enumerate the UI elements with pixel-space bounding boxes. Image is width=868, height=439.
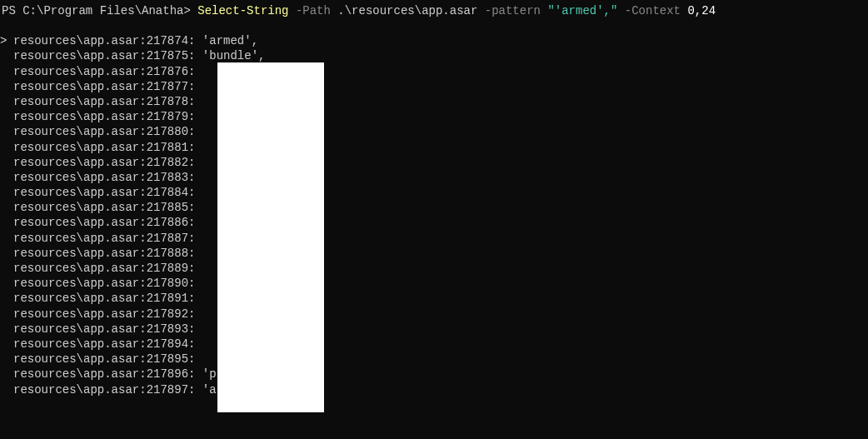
output-line: resources\app.asar:217897: 'athlete', (0, 382, 868, 397)
line-number: 217891: (147, 292, 196, 305)
line-number: 217882: (147, 156, 196, 169)
file-path: resources\app.asar: (13, 171, 147, 184)
line-number: 217888: (147, 247, 196, 260)
output-line: resources\app.asar:217883: (0, 170, 868, 185)
line-number: 217881: (147, 141, 196, 154)
file-path: resources\app.asar: (13, 186, 147, 199)
output-line: resources\app.asar:217892: (0, 307, 868, 322)
line-number: 217887: (147, 232, 196, 245)
file-path: resources\app.asar: (13, 201, 147, 214)
output-line: resources\app.asar:217886: (0, 215, 868, 230)
output-line: resources\app.asar:217875: 'bundle', (0, 48, 868, 63)
line-number: 217884: (147, 186, 196, 199)
line-number: 217892: (147, 307, 196, 321)
output-line: resources\app.asar:217881: (0, 140, 868, 155)
line-number: 217896: (147, 367, 196, 381)
output-line: resources\app.asar:217887: (0, 231, 868, 246)
file-path: resources\app.asar: (13, 49, 147, 62)
param-pattern-value: "'armed'," (547, 4, 617, 17)
file-path: resources\app.asar: (13, 367, 147, 381)
line-number: 217877: (147, 80, 196, 93)
output-line: resources\app.asar:217877: (0, 79, 868, 94)
line-number: 217876: (147, 65, 196, 78)
cmdlet: Select-String (197, 4, 288, 17)
output-line: resources\app.asar:217888: (0, 246, 868, 261)
line-text: 'bundle', (195, 49, 265, 62)
line-number: 217890: (147, 277, 196, 290)
param-context-name: -Context (625, 4, 681, 17)
output-line: resources\app.asar:217893: (0, 322, 868, 337)
param-context-value: 0,24 (687, 4, 716, 17)
file-path: resources\app.asar: (13, 125, 147, 138)
output-line: resources\app.asar:217896: 'pumpkin', (0, 367, 868, 382)
output-line: resources\app.asar:217894: (0, 337, 868, 352)
file-path: resources\app.asar: (13, 232, 147, 245)
output-line: resources\app.asar:217880: (0, 124, 868, 139)
line-number: 217875: (147, 49, 196, 62)
file-path: resources\app.asar: (13, 307, 147, 321)
file-path: resources\app.asar: (13, 277, 147, 290)
output-line: resources\app.asar:217884: (0, 185, 868, 200)
prompt-path: C:\Program Files\Anatha> (22, 4, 191, 17)
line-number: 217878: (147, 95, 196, 108)
line-number: 217897: (147, 383, 196, 397)
output-line: resources\app.asar:217878: (0, 94, 868, 109)
file-path: resources\app.asar: (13, 65, 147, 78)
output-line: resources\app.asar:217879: (0, 109, 868, 124)
line-number: 217880: (147, 125, 196, 138)
file-path: resources\app.asar: (13, 34, 147, 47)
line-number: 217879: (147, 110, 196, 123)
param-pattern-name: -pattern (485, 4, 541, 17)
output-line: resources\app.asar:217890: (0, 276, 868, 291)
line-number: 217894: (147, 337, 196, 351)
line-number: 217895: (147, 352, 196, 366)
param-path-value: .\resources\app.asar (337, 4, 477, 17)
output-line: resources\app.asar:217882: (0, 155, 868, 170)
param-path-name: -Path (296, 4, 331, 17)
output-line: resources\app.asar:217895: (0, 352, 868, 367)
line-number: 217886: (147, 216, 196, 229)
file-path: resources\app.asar: (13, 322, 147, 336)
file-path: resources\app.asar: (13, 156, 147, 169)
ps-prefix: PS (2, 4, 16, 17)
file-path: resources\app.asar: (13, 216, 147, 229)
line-number: 217874: (147, 34, 196, 47)
file-path: resources\app.asar: (13, 383, 147, 397)
line-number: 217883: (147, 171, 196, 184)
file-path: resources\app.asar: (13, 247, 147, 260)
output-container: >resources\app.asar:217874: 'armed', res… (0, 33, 868, 397)
file-path: resources\app.asar: (13, 95, 147, 108)
output-line: resources\app.asar:217885: (0, 200, 868, 215)
line-number: 217889: (147, 262, 196, 275)
output-line: resources\app.asar:217889: (0, 261, 868, 276)
file-path: resources\app.asar: (13, 141, 147, 154)
line-number: 217885: (147, 201, 196, 214)
file-path: resources\app.asar: (13, 292, 147, 305)
line-text: 'armed', (195, 34, 258, 47)
match-marker: > (0, 33, 13, 48)
line-number: 217893: (147, 322, 196, 336)
file-path: resources\app.asar: (13, 80, 147, 93)
prompt-line[interactable]: PS C:\Program Files\Anatha> Select-Strin… (0, 3, 868, 18)
redacted-block (217, 62, 324, 412)
file-path: resources\app.asar: (13, 262, 147, 275)
file-path: resources\app.asar: (13, 352, 147, 366)
output-line: >resources\app.asar:217874: 'armed', (0, 33, 868, 48)
file-path: resources\app.asar: (13, 337, 147, 351)
file-path: resources\app.asar: (13, 110, 147, 123)
output-line: resources\app.asar:217876: (0, 64, 868, 79)
output-line: resources\app.asar:217891: (0, 291, 868, 306)
